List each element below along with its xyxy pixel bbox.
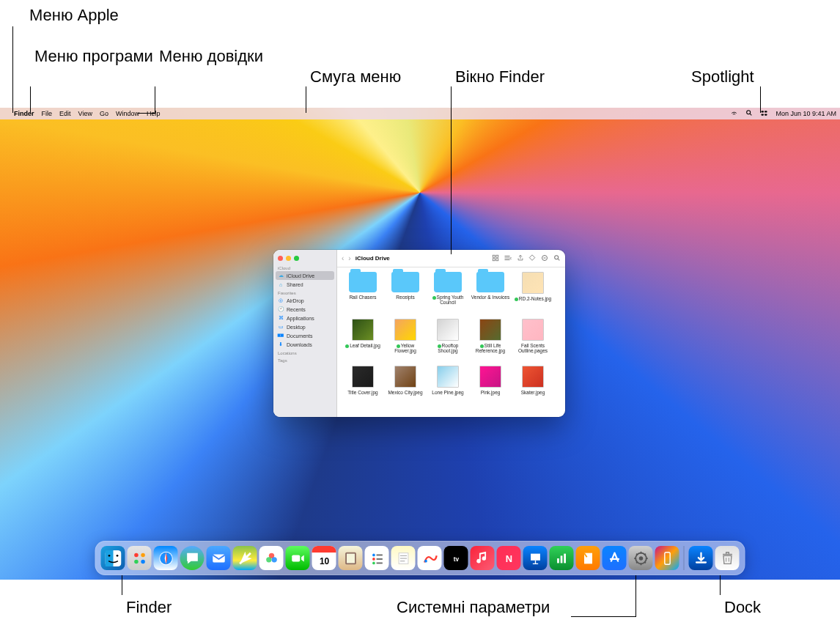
close-button[interactable] bbox=[278, 256, 283, 261]
file-label: Vendor & Invoices bbox=[471, 295, 509, 300]
dock-app-pages[interactable] bbox=[576, 546, 600, 570]
svg-line-56 bbox=[644, 553, 646, 555]
file-item[interactable]: Vendor & Invoices bbox=[471, 272, 510, 317]
svg-text:10: 10 bbox=[319, 556, 329, 566]
sidebar-item-label: AirDrop bbox=[287, 298, 304, 303]
file-label: Spring Youth Council bbox=[428, 295, 468, 306]
sidebar-item-label: Recents bbox=[287, 307, 306, 312]
callout-help-menu: Меню довідки bbox=[159, 47, 263, 66]
tag-button[interactable] bbox=[528, 254, 536, 263]
svg-rect-5 bbox=[493, 255, 495, 257]
file-item[interactable]: Receipts bbox=[386, 272, 425, 317]
menu-window[interactable]: Window bbox=[112, 110, 143, 117]
dock-app-facetime[interactable] bbox=[286, 546, 310, 570]
back-button[interactable]: ‹ bbox=[342, 254, 344, 262]
file-item[interactable]: Title Cover.jpg bbox=[343, 366, 383, 411]
callout-app-menu: Меню програми bbox=[34, 47, 153, 66]
callout-apple-menu: Меню Apple bbox=[29, 6, 119, 25]
dock-app-mail[interactable] bbox=[207, 546, 231, 570]
file-item[interactable]: Spring Youth Council bbox=[428, 272, 468, 317]
svg-rect-3 bbox=[762, 114, 765, 115]
image-thumbnail bbox=[479, 366, 501, 388]
file-item[interactable]: Leaf Detail.jpg bbox=[343, 319, 383, 364]
download-icon: ⬇ bbox=[278, 341, 284, 347]
sidebar-section-header: iCloud bbox=[273, 264, 336, 271]
doc-icon: 🀰 bbox=[278, 333, 284, 339]
file-item[interactable]: Rooftop Shoot.jpg bbox=[428, 319, 468, 364]
finder-title: iCloud Drive bbox=[355, 255, 390, 262]
menu-app-finder[interactable]: Finder bbox=[10, 110, 38, 117]
dock-app-freeform[interactable] bbox=[418, 546, 442, 570]
file-item[interactable]: RD.2-Notes.jpg bbox=[513, 272, 553, 317]
sidebar-item-desktop[interactable]: ▭Desktop bbox=[273, 322, 336, 331]
sidebar-item-downloads[interactable]: ⬇Downloads bbox=[273, 340, 336, 349]
dock-app-reminders[interactable] bbox=[365, 546, 389, 570]
svg-rect-25 bbox=[292, 555, 300, 561]
cloud-icon: ☁︎ bbox=[278, 273, 284, 278]
forward-button[interactable]: › bbox=[348, 254, 350, 262]
dock-app-tv[interactable]: tv bbox=[444, 546, 468, 570]
file-item[interactable]: Skater.jpeg bbox=[513, 366, 553, 411]
dock-app-numbers[interactable] bbox=[550, 546, 574, 570]
svg-rect-43 bbox=[557, 558, 559, 563]
dock-app-contacts[interactable] bbox=[339, 546, 363, 570]
maximize-button[interactable] bbox=[294, 256, 299, 261]
control-center-icon[interactable] bbox=[756, 109, 772, 119]
share-button[interactable] bbox=[517, 254, 524, 263]
file-item[interactable]: Lone Pine.jpeg bbox=[428, 366, 468, 411]
dock-app-trash[interactable] bbox=[715, 546, 740, 570]
finder-sidebar: iCloud☁︎iCloud Drive⌂SharedFavorites◎Air… bbox=[273, 250, 337, 417]
dock-app-keynote[interactable] bbox=[523, 546, 548, 570]
file-item[interactable]: Still Life Reference.jpg bbox=[471, 319, 510, 364]
svg-point-0 bbox=[747, 111, 751, 114]
sidebar-item-recents[interactable]: 🕘Recents bbox=[273, 305, 336, 314]
menu-view[interactable]: View bbox=[75, 110, 96, 117]
menu-file[interactable]: File bbox=[38, 110, 56, 117]
callout-finder: Finder bbox=[126, 598, 172, 617]
spotlight-icon[interactable] bbox=[742, 109, 756, 118]
wifi-icon[interactable] bbox=[726, 109, 742, 119]
image-thumbnail bbox=[394, 366, 416, 388]
sidebar-item-shared[interactable]: ⌂Shared bbox=[273, 280, 336, 289]
minimize-button[interactable] bbox=[286, 256, 291, 261]
dock-app-downloads[interactable] bbox=[689, 546, 713, 570]
dock-app-notes[interactable] bbox=[391, 546, 416, 570]
svg-rect-2 bbox=[765, 111, 767, 112]
group-button[interactable] bbox=[504, 254, 512, 263]
dock-app-system-settings[interactable] bbox=[629, 546, 653, 570]
sidebar-item-applications[interactable]: ⌘Applications bbox=[273, 314, 336, 322]
image-thumbnail bbox=[437, 366, 459, 388]
dock-app-launchpad[interactable] bbox=[128, 546, 152, 570]
file-item[interactable]: Yellow Flower.jpg bbox=[386, 319, 425, 364]
dock-app-safari[interactable] bbox=[154, 546, 178, 570]
sidebar-item-airdrop[interactable]: ◎AirDrop bbox=[273, 296, 336, 305]
menu-go[interactable]: Go bbox=[96, 110, 112, 117]
finder-window: iCloud☁︎iCloud Drive⌂SharedFavorites◎Air… bbox=[273, 250, 565, 417]
menu-help[interactable]: Help bbox=[143, 110, 164, 117]
menu-edit[interactable]: Edit bbox=[56, 110, 75, 117]
file-item[interactable]: Rail Chasers bbox=[343, 272, 383, 317]
dock-app-photos[interactable] bbox=[259, 546, 284, 570]
dock-app-calendar[interactable]: 10 bbox=[312, 546, 336, 570]
svg-rect-28 bbox=[347, 553, 355, 563]
action-button[interactable] bbox=[540, 254, 549, 263]
dock-app-finder[interactable] bbox=[101, 546, 125, 570]
svg-point-18 bbox=[141, 559, 145, 564]
dock-app-music[interactable] bbox=[471, 546, 495, 570]
image-thumbnail bbox=[479, 319, 501, 341]
file-item[interactable]: Fall Scents Outline.pages bbox=[513, 319, 553, 364]
dock-app-maps[interactable] bbox=[233, 546, 257, 570]
file-item[interactable]: Mexico City.jpeg bbox=[386, 366, 425, 411]
dock-app-iphone-mirroring[interactable] bbox=[655, 546, 679, 570]
search-button[interactable] bbox=[553, 254, 561, 263]
dock-app-messages[interactable] bbox=[180, 546, 205, 570]
image-thumbnail bbox=[522, 272, 544, 294]
dock-app-news[interactable]: N bbox=[497, 546, 521, 570]
sidebar-item-icloud-drive[interactable]: ☁︎iCloud Drive bbox=[276, 271, 334, 280]
sidebar-item-documents[interactable]: 🀰Documents bbox=[273, 331, 336, 340]
svg-rect-4 bbox=[765, 114, 767, 115]
view-icons-button[interactable] bbox=[492, 254, 499, 263]
menubar-datetime[interactable]: Mon Jun 10 9:41 AM bbox=[772, 110, 840, 117]
dock-app-app-store[interactable] bbox=[603, 546, 627, 570]
file-item[interactable]: Pink.jpeg bbox=[471, 366, 510, 411]
